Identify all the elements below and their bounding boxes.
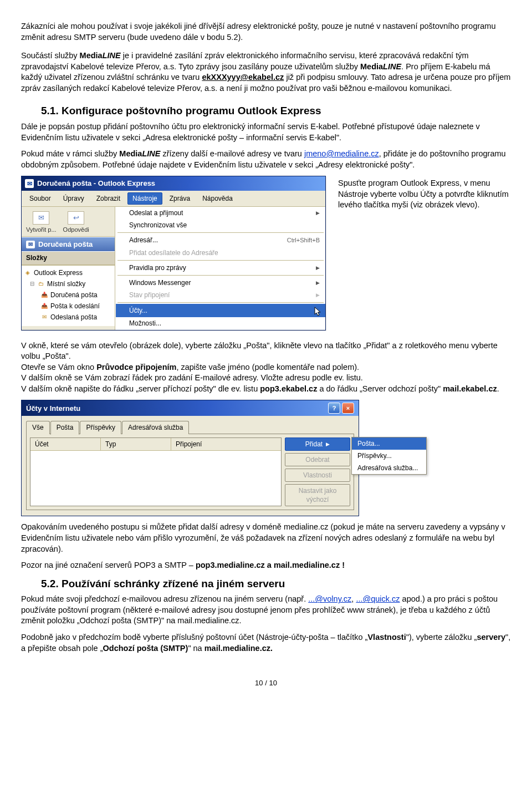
text: " na [188, 644, 204, 653]
text: , zapište vaše jméno (podle komentáře na… [176, 363, 359, 372]
label: Místní složky [47, 279, 85, 289]
text: V dalším okně se Vám zobrazí řádek pro z… [21, 373, 363, 382]
popup-news[interactable]: Příspěvky... [352, 450, 426, 462]
tools-dropdown: Odeslat a přijmout▶ Synchronizovat vše A… [116, 207, 325, 330]
reply-button[interactable]: ↩ Odpovědi [61, 210, 91, 235]
bold: pop3.ekabel.cz [260, 384, 317, 393]
tree-outbox[interactable]: 📤Pošta k odeslání [24, 301, 112, 312]
menuitem-sync[interactable]: Synchronizovat vše [116, 219, 325, 231]
label: Vytvořit p... [26, 226, 57, 234]
add-button[interactable]: Přidat▶ [285, 437, 350, 451]
shortcut: Ctrl+Shift+B [287, 236, 320, 245]
menu-help[interactable]: Nápověda [197, 192, 238, 205]
text: V dalším okně napište do řádku „server p… [21, 384, 260, 393]
dialog-titlebar: Účty v Internetu ? × [22, 400, 359, 416]
label: Pravidla pro zprávy [129, 263, 186, 272]
sec52-p1: Pokud máte svoji předchozí e-mailovou ad… [21, 594, 511, 627]
menuitem-connstate: Stav připojení▶ [116, 289, 325, 301]
text: a do řádku „Server odchozí pošty" [317, 384, 443, 393]
menu-view[interactable]: Zobrazit [91, 192, 125, 205]
window-title: Doručená pošta - Outlook Express [37, 179, 155, 189]
label: Odeslaná pošta [50, 312, 97, 322]
text: . [497, 384, 499, 393]
popup-mail[interactable]: Pošta... [352, 437, 426, 450]
link-medialine-email[interactable]: jmeno@medialine.cz [304, 149, 379, 158]
create-mail-button[interactable]: ✉ Vytvořit p... [24, 210, 59, 235]
folder-icon: 🗀 [37, 281, 45, 287]
menuitem-addressbook[interactable]: Adresář...Ctrl+Shift+B [116, 234, 325, 246]
cursor-icon [314, 307, 322, 317]
mail-icon: ✉ [25, 179, 34, 188]
folders-header: Složky [22, 251, 115, 264]
menuitem-rules[interactable]: Pravidla pro zprávy▶ [116, 262, 325, 274]
menuitem-accounts[interactable]: Účty... [116, 304, 325, 317]
tab-news[interactable]: Příspěvky [80, 421, 121, 434]
ekabel-email: ekXXXyyy@ekabel.cz [202, 73, 284, 82]
menuitem-send-receive[interactable]: Odeslat a přijmout▶ [116, 207, 325, 219]
close-button[interactable]: × [342, 403, 354, 414]
separator [117, 275, 324, 276]
col-connection[interactable]: Připojení [171, 438, 281, 450]
tab-all[interactable]: Vše [26, 421, 50, 434]
menuitem-messenger[interactable]: Windows Messenger▶ [116, 277, 325, 289]
menu-tools[interactable]: Nástroje [127, 192, 162, 205]
text: Podobně jako v předchozím bodě vyberte p… [21, 633, 367, 642]
folder-tree: ◈Outlook Express ⊟🗀Místní složky 📥Doruče… [22, 265, 115, 326]
col-type[interactable]: Typ [101, 438, 171, 450]
text: Otevře se Vám okno [21, 363, 96, 372]
tree-inbox[interactable]: 📥Doručená pošta [24, 289, 112, 301]
bold: pop3.medialine.cz a mail.medialine.cz ! [196, 561, 345, 569]
tab-directory[interactable]: Adresářová služba [122, 421, 189, 434]
menu-edit[interactable]: Úpravy [58, 192, 89, 205]
text: Pokud máte v rámci služby [21, 149, 119, 158]
link-volny[interactable]: ...@volny.cz [308, 594, 351, 603]
page-footer: 10 / 10 [21, 678, 511, 688]
inbox-icon: 📥 [40, 292, 48, 298]
tree-root[interactable]: ◈Outlook Express [24, 267, 112, 278]
tree-local[interactable]: ⊟🗀Místní složky [24, 278, 112, 289]
popup-directory[interactable]: Adresářová služba... [352, 462, 426, 474]
default-button: Nastavit jako výchozí [285, 484, 350, 506]
heading-5-2: 5.2. Používání schránky zřízené na jiném… [41, 577, 511, 591]
tree-sent[interactable]: ✉Odeslaná pošta [24, 312, 112, 323]
text: V okně, které se vám otevřelo (obrázek d… [21, 341, 498, 361]
menu-file[interactable]: Soubor [24, 192, 56, 205]
label: Odeslat a přijmout [129, 208, 183, 217]
bold: mail.medialine.cz. [204, 644, 273, 653]
text: Pozor na jiné označení serverů POP3 a SM… [21, 561, 196, 569]
text: Součástí služby [21, 51, 80, 60]
brand: Media [119, 149, 142, 158]
label: Windows Messenger [129, 278, 191, 287]
text: "), vyberte záložku „ [406, 633, 477, 642]
label: Doručená pošta [38, 240, 93, 250]
bold: Průvodce připojením [96, 363, 176, 372]
label: Možnosti... [129, 319, 161, 328]
menuitem-options[interactable]: Možnosti... [116, 317, 325, 329]
brand: Media [360, 62, 383, 71]
col-account[interactable]: Účet [30, 438, 101, 450]
inbox-panel-header: ✉ Doručená pošta [22, 237, 115, 252]
tab-mail[interactable]: Pošta [50, 421, 80, 434]
chevron-right-icon: ▶ [326, 441, 330, 447]
outlook-express-window: ✉ Doručená pošta - Outlook Express Soubo… [21, 176, 326, 330]
bold: Odchozí pošta (SMTP) [103, 644, 188, 653]
chevron-right-icon: ▶ [316, 292, 320, 298]
label: Doručená pošta [50, 290, 98, 300]
oe-toolbar: ✉ Vytvořit p... ↩ Odpovědi [22, 207, 115, 237]
collapse-icon[interactable]: ⊟ [29, 279, 35, 288]
mid-p1: V okně, které se vám otevřelo (obrázek d… [21, 340, 511, 395]
heading-5-1: 5.1. Konfigurace poštovního programu Out… [41, 104, 511, 118]
bold: servery [477, 633, 505, 642]
text: zřízeny další e-mailové adresy ve tvaru [160, 149, 304, 158]
label: Účty... [129, 306, 147, 315]
label: Pošta k odeslání [50, 301, 100, 311]
sec51-p1: Dále je popsán postup přidání poštovního… [21, 121, 511, 143]
instruction-text: Spusťte program Outlook Express, v menu … [338, 176, 511, 211]
link-quick[interactable]: ...@quick.cz [356, 594, 400, 603]
text: Pokud máte svoji předchozí e-mailovou ad… [21, 594, 308, 603]
menu-message[interactable]: Zpráva [165, 192, 195, 205]
help-button[interactable]: ? [328, 403, 340, 414]
brand: Media [80, 51, 103, 60]
after-p2: Pozor na jiné označení serverů POP3 a SM… [21, 560, 511, 571]
intro-p2: Součástí služby MediaLINE je i pravideln… [21, 50, 511, 94]
